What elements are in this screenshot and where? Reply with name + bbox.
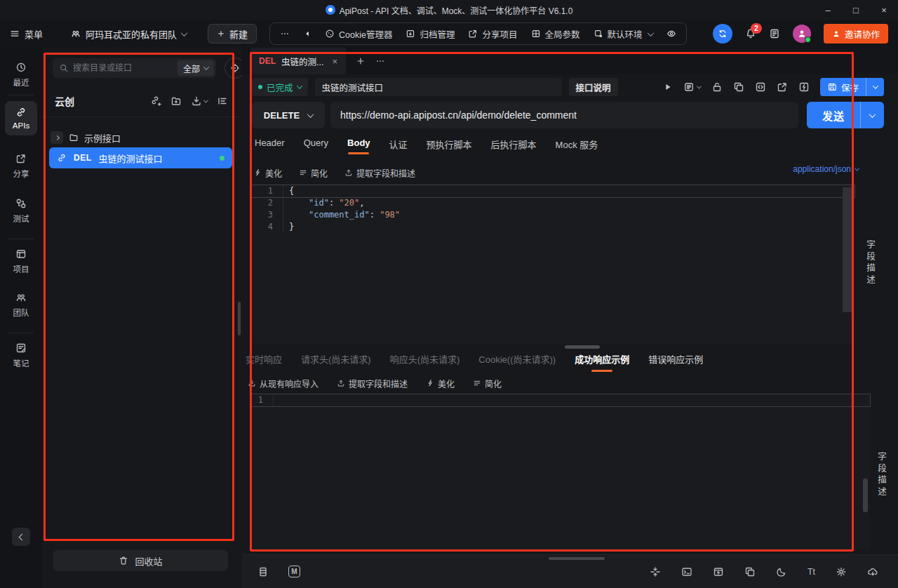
- avatar[interactable]: [793, 25, 811, 43]
- tab-error-example[interactable]: 错误响应示例: [648, 352, 703, 372]
- environment-selector[interactable]: 默认环境: [594, 27, 653, 41]
- more-icon[interactable]: [280, 29, 290, 39]
- font-size-icon[interactable]: Tt: [807, 567, 815, 577]
- expand-folder-button[interactable]: [51, 131, 63, 144]
- url-input[interactable]: [330, 102, 798, 128]
- tree-api-row-selected[interactable]: DEL 虫链的测试接口: [49, 147, 232, 168]
- search-filter-dropdown[interactable]: 全部: [177, 60, 214, 76]
- beautify-button[interactable]: 美化: [426, 377, 455, 389]
- copy-icon[interactable]: [733, 81, 744, 93]
- request-tab-active[interactable]: DEL 虫链的测... ×: [250, 48, 346, 74]
- statusbar-drag-handle[interactable]: [549, 557, 605, 560]
- tab-header[interactable]: Header: [255, 138, 285, 154]
- sidebar-item-notes[interactable]: 笔记: [0, 342, 42, 368]
- settings-icon[interactable]: [836, 566, 847, 577]
- dark-mode-icon[interactable]: [776, 566, 787, 577]
- search-input[interactable]: [73, 63, 173, 73]
- simplify-button[interactable]: 简化: [299, 167, 328, 179]
- minimize-button[interactable]: –: [814, 0, 842, 20]
- sidebar-item-apis[interactable]: APIs: [5, 101, 37, 135]
- beautify-label: 美化: [438, 377, 455, 389]
- new-folder-icon[interactable]: [170, 95, 182, 107]
- tab-method-badge: DEL: [259, 56, 276, 66]
- api-name-input[interactable]: [315, 78, 562, 96]
- tab-response-headers[interactable]: 响应头(尚未请求): [390, 352, 460, 372]
- close-button[interactable]: ×: [870, 0, 898, 20]
- sidebar-item-team[interactable]: 团队: [0, 292, 42, 318]
- eye-icon[interactable]: [666, 29, 676, 39]
- cookie-manager-button[interactable]: Cookie管理器: [325, 27, 392, 41]
- copy-icon[interactable]: [744, 566, 756, 577]
- global-params-button[interactable]: 全局参数: [531, 27, 580, 41]
- send-button[interactable]: 发送: [807, 102, 884, 128]
- memo-icon[interactable]: [769, 28, 780, 39]
- tab-pre-script[interactable]: 预执行脚本: [427, 138, 472, 157]
- archive-manager-button[interactable]: 归档管理: [406, 27, 455, 41]
- back-icon[interactable]: [303, 29, 311, 38]
- import-from-response-button[interactable]: 从现有响应导入: [248, 377, 319, 389]
- sort-list-icon[interactable]: [217, 95, 228, 107]
- search-box[interactable]: 全部: [53, 58, 216, 78]
- import-export-button[interactable]: [191, 95, 208, 107]
- send-dropdown[interactable]: [860, 102, 884, 128]
- tree-folder-row[interactable]: 示例接口: [51, 129, 121, 146]
- api-doc-button[interactable]: 接口说明: [569, 78, 618, 96]
- sidebar-item-recent[interactable]: 最近: [0, 62, 42, 88]
- tab-success-example[interactable]: 成功响应示例: [575, 352, 629, 372]
- merge-panels-icon[interactable]: [650, 566, 661, 577]
- sidebar-item-share[interactable]: 分享: [0, 153, 42, 179]
- maximize-button[interactable]: □: [842, 0, 870, 20]
- cloud-download-icon[interactable]: [867, 566, 878, 577]
- tab-post-script[interactable]: 后执行脚本: [491, 138, 537, 157]
- lock-icon[interactable]: [711, 81, 723, 93]
- run-icon[interactable]: [663, 82, 673, 92]
- new-window-icon[interactable]: [713, 566, 724, 577]
- sidebar-item-test[interactable]: 测试: [0, 198, 42, 224]
- new-button[interactable]: 新建: [208, 24, 257, 44]
- code-icon[interactable]: [755, 81, 766, 93]
- response-resize-handle[interactable]: [565, 345, 600, 349]
- response-code-editor[interactable]: 1: [250, 394, 870, 551]
- editor-minimap[interactable]: [843, 187, 852, 312]
- terminal-icon[interactable]: [681, 566, 692, 577]
- doc-view-dropdown[interactable]: [683, 81, 701, 93]
- simplify-button[interactable]: 简化: [473, 377, 502, 389]
- server-icon[interactable]: [257, 566, 269, 577]
- beautify-button[interactable]: 美化: [253, 167, 282, 179]
- main-menu-button[interactable]: 菜单: [10, 27, 43, 41]
- panel-resize-handle[interactable]: [238, 302, 241, 335]
- extract-fields-button[interactable]: 提取字段和描述: [344, 167, 415, 179]
- tab-mock[interactable]: Mock 服务: [556, 138, 598, 157]
- invite-collaborate-button[interactable]: 邀请协作: [824, 24, 888, 44]
- sync-button[interactable]: [713, 24, 732, 44]
- tab-auth[interactable]: 认证: [389, 138, 408, 157]
- recycle-bin-button[interactable]: 回收站: [53, 550, 228, 571]
- tab-realtime-response[interactable]: 实时响应: [246, 352, 282, 372]
- tab-more-button[interactable]: [375, 56, 385, 66]
- field-description-tab[interactable]: 字段描述: [875, 452, 888, 498]
- tab-cookie[interactable]: Cookie((尚未请求)): [478, 352, 556, 372]
- tab-request-headers[interactable]: 请求头(尚未请求): [301, 352, 371, 372]
- new-api-icon[interactable]: [150, 95, 161, 107]
- new-tab-button[interactable]: [356, 56, 366, 66]
- close-tab-icon[interactable]: ×: [332, 56, 337, 67]
- tab-query[interactable]: Query: [304, 138, 328, 154]
- api-status-dropdown[interactable]: 已完成: [252, 78, 308, 96]
- markdown-icon[interactable]: M: [288, 566, 300, 577]
- content-type-dropdown[interactable]: application/json: [793, 164, 859, 174]
- body-code-editor[interactable]: 1 { 2 "id": "20", 3 "comment_id": "98" 4…: [250, 185, 855, 344]
- field-description-tab[interactable]: 字段描述: [864, 240, 877, 286]
- bolt-icon[interactable]: [798, 81, 810, 93]
- sidebar-item-project[interactable]: 项目: [0, 248, 42, 274]
- save-button[interactable]: 保存: [820, 78, 884, 96]
- scrollbar-thumb[interactable]: [863, 479, 868, 512]
- http-method-dropdown[interactable]: DELETE: [252, 102, 325, 128]
- share-icon[interactable]: [777, 81, 788, 93]
- notifications-button[interactable]: 2: [745, 28, 756, 39]
- tab-body[interactable]: Body: [347, 138, 370, 154]
- save-dropdown[interactable]: [866, 78, 884, 96]
- extract-fields-button[interactable]: 提取字段和描述: [337, 377, 408, 389]
- collapse-sidebar-button[interactable]: [12, 528, 30, 546]
- team-selector[interactable]: 阿玛耳忒亚的私有团队: [71, 27, 187, 41]
- share-project-button[interactable]: 分享项目: [468, 27, 517, 41]
